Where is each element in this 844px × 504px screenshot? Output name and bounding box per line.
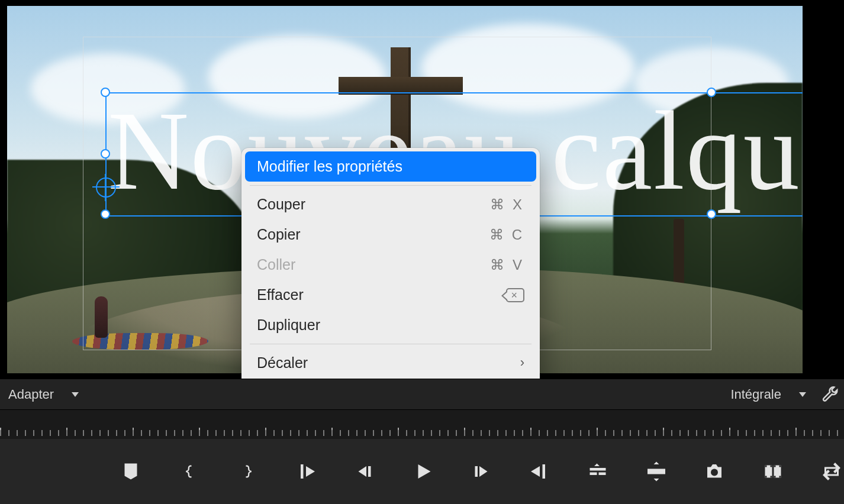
insert-icon — [587, 461, 608, 482]
wrench-icon — [822, 386, 839, 403]
bg-blanket — [71, 333, 210, 350]
go-to-out-icon — [529, 461, 550, 482]
shortcut-key: V — [513, 255, 524, 275]
transport-toolbar — [0, 439, 844, 504]
chevron-right-icon: › — [520, 354, 524, 372]
svg-point-0 — [711, 469, 718, 476]
timeline-ruler[interactable] — [0, 409, 844, 440]
selection-handle[interactable] — [101, 209, 110, 219]
go-to-in-button[interactable] — [294, 458, 319, 485]
cmd-icon: ⌘ — [490, 195, 507, 215]
menu-label: Dupliquer — [257, 315, 320, 335]
settings-button[interactable] — [820, 385, 840, 405]
menu-clear[interactable]: Effacer × — [241, 280, 540, 310]
mark-in-button[interactable] — [177, 458, 202, 485]
anchor-point-icon[interactable] — [96, 177, 116, 198]
add-marker-button[interactable] — [118, 458, 144, 485]
viewer-footer-bar: Adapter Intégrale — [0, 379, 844, 409]
menu-label: Modifier les propriétés — [257, 156, 402, 177]
step-forward-icon — [471, 461, 492, 482]
overwrite-button[interactable] — [643, 458, 669, 485]
step-back-button[interactable] — [352, 458, 377, 485]
menu-duplicate[interactable]: Dupliquer — [241, 310, 540, 340]
menu-shortcut: ⌘ X — [490, 195, 524, 215]
selection-handle[interactable] — [101, 149, 110, 159]
menu-separator — [250, 185, 531, 186]
chevron-down-icon — [799, 392, 806, 397]
menu-shortcut: ⌘ C — [489, 225, 524, 245]
delete-icon: × — [506, 288, 524, 302]
mark-out-button[interactable] — [235, 458, 260, 485]
step-forward-button[interactable] — [469, 458, 494, 485]
menu-label: Effacer — [257, 285, 304, 305]
camera-icon — [704, 461, 725, 482]
selection-handle[interactable] — [707, 209, 716, 219]
menu-nudge[interactable]: Décaler › — [241, 348, 540, 378]
menu-cut[interactable]: Couper ⌘ X — [241, 189, 540, 219]
comparison-view-button[interactable] — [761, 458, 786, 485]
menu-shortcut: × — [506, 288, 524, 302]
export-frame-button[interactable] — [702, 458, 727, 485]
zoom-fit-dropdown[interactable]: Adapter — [2, 385, 85, 405]
step-back-icon — [354, 461, 375, 482]
brace-right-icon — [240, 463, 256, 480]
menu-label: Coller — [257, 254, 295, 275]
menu-label: Couper — [257, 194, 305, 215]
loop-icon — [821, 461, 842, 482]
go-to-in-icon — [295, 461, 317, 482]
loop-button[interactable] — [819, 458, 844, 485]
cmd-icon: ⌘ — [490, 255, 507, 275]
play-button[interactable] — [410, 458, 436, 485]
playback-quality-dropdown[interactable]: Intégrale — [724, 385, 812, 405]
play-icon — [412, 461, 433, 482]
menu-paste: Coller ⌘ V — [241, 250, 540, 280]
dropdown-label: Intégrale — [730, 387, 781, 402]
chevron-down-icon — [72, 392, 79, 397]
bg-cloud — [421, 24, 634, 112]
shortcut-key: C — [512, 225, 524, 245]
filmstrip-icon — [762, 461, 784, 482]
marker-icon — [120, 461, 141, 482]
menu-label: Décaler — [257, 353, 308, 373]
menu-copy[interactable]: Copier ⌘ C — [241, 219, 540, 250]
shortcut-key: X — [513, 195, 524, 215]
brace-left-icon — [181, 463, 198, 480]
menu-edit-properties[interactable]: Modifier les propriétés — [245, 151, 536, 182]
selection-handle[interactable] — [101, 88, 110, 97]
overwrite-icon — [646, 461, 667, 482]
menu-shortcut: ⌘ V — [490, 255, 524, 275]
insert-button[interactable] — [585, 458, 611, 485]
cmd-icon: ⌘ — [489, 225, 506, 245]
menu-label: Copier — [257, 224, 301, 245]
selection-handle[interactable] — [707, 88, 716, 97]
go-to-out-button[interactable] — [527, 458, 552, 485]
dropdown-label: Adapter — [8, 387, 54, 402]
bg-person — [95, 296, 108, 338]
menu-separator — [250, 344, 531, 344]
bg-cross — [339, 77, 463, 95]
